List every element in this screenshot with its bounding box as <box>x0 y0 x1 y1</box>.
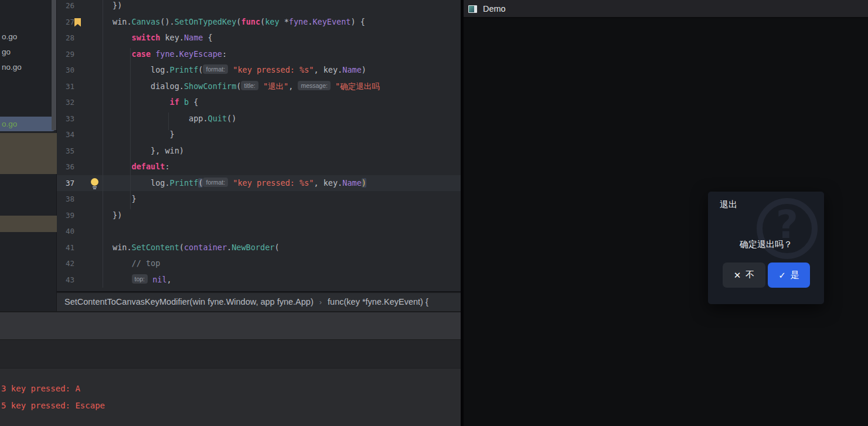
indent-guide <box>130 48 131 209</box>
console-output-line: 3 key pressed: A <box>0 380 461 397</box>
dialog-message: 确定退出吗？ <box>708 239 824 250</box>
dialog-title: 退出 <box>720 199 737 210</box>
line-number[interactable]: 38 <box>57 191 74 207</box>
code-text <box>103 223 113 240</box>
background-window-fragment <box>0 133 57 174</box>
inlay-hint: format: <box>203 178 228 187</box>
demo-titlebar[interactable]: Demo <box>464 0 868 18</box>
code-text: if b { <box>103 94 198 111</box>
close-icon: ✕ <box>734 271 741 280</box>
line-number[interactable]: 37 <box>57 175 74 192</box>
line-number[interactable]: 28 <box>57 30 74 46</box>
code-line[interactable]: 34 } <box>57 127 461 143</box>
code-text: } <box>103 191 137 207</box>
code-line[interactable]: 28 switch key.Name { <box>57 30 461 46</box>
background-window-fragment <box>0 216 57 232</box>
code-text: } <box>103 127 175 143</box>
dialog-no-label: 不 <box>746 270 754 281</box>
code-text: win.Canvas().SetOnTypedKey(func(key *fyn… <box>103 14 365 30</box>
indent-guide <box>168 113 169 130</box>
breadcrumb-function[interactable]: SetContentToCanvasKeyModifier(win fyne.W… <box>64 297 314 306</box>
demo-window: Demo ? 退出 确定退出吗？ ✕ 不 ✓ 是 <box>464 0 868 426</box>
line-number[interactable]: 41 <box>57 240 74 256</box>
check-icon: ✓ <box>778 271 786 280</box>
project-panel: o.go go no.go o.go <box>0 0 57 312</box>
code-line[interactable]: 30 log.Printf(format: "key pressed: %s",… <box>57 62 461 79</box>
tree-scrollbar[interactable] <box>52 0 56 130</box>
line-number[interactable]: 43 <box>57 272 74 288</box>
tool-window-band <box>0 312 461 339</box>
inlay-hint: top: <box>132 274 148 284</box>
run-console[interactable]: 3 key pressed: A5 key pressed: Escape <box>0 368 461 426</box>
inlay-hint: format: <box>203 64 228 74</box>
code-line[interactable]: 38 } <box>57 191 461 207</box>
code-line[interactable]: 32 if b { <box>57 94 461 111</box>
line-number[interactable]: 39 <box>57 207 74 224</box>
code-text: }, win) <box>103 143 184 159</box>
code-text: }) <box>103 0 122 14</box>
line-number[interactable]: 31 <box>57 79 74 95</box>
code-text: dialog.ShowConfirm(title: "退出", message:… <box>103 79 380 95</box>
breadcrumb-context[interactable]: func(key *fyne.KeyEvent) { <box>328 297 428 306</box>
lightbulb-icon[interactable] <box>91 178 98 189</box>
code-line[interactable]: 39}) <box>57 207 461 224</box>
line-number[interactable]: 29 <box>57 46 74 63</box>
code-text: // top <box>103 255 160 272</box>
line-number[interactable]: 33 <box>57 111 74 127</box>
code-line[interactable]: 35 }, win) <box>57 143 461 159</box>
dialog-yes-button[interactable]: ✓ 是 <box>768 263 810 288</box>
code-text: default: <box>103 159 170 175</box>
code-line[interactable]: 29 case fyne.KeyEscape: <box>57 46 461 63</box>
line-number[interactable]: 30 <box>57 62 74 79</box>
code-text: }) <box>103 207 122 224</box>
code-line[interactable]: 41win.SetContent(container.NewBorder( <box>57 240 461 256</box>
line-number[interactable]: 32 <box>57 94 74 111</box>
dialog-yes-label: 是 <box>791 270 799 281</box>
code-line[interactable]: 40 <box>57 223 461 240</box>
dialog-no-button[interactable]: ✕ 不 <box>723 263 765 288</box>
bookmark-icon[interactable] <box>74 18 81 27</box>
inlay-hint: message: <box>298 81 331 90</box>
code-line[interactable]: 37 log.Printf(format: "key pressed: %s",… <box>57 175 461 192</box>
tool-window-band <box>0 339 461 368</box>
code-line[interactable]: 26}) <box>57 0 461 14</box>
demo-window-title: Demo <box>483 0 506 18</box>
code-text: switch key.Name { <box>103 30 213 46</box>
code-editor[interactable]: 26})27win.Canvas().SetOnTypedKey(func(ke… <box>57 0 461 291</box>
code-line[interactable]: 33 app.Quit() <box>57 111 461 127</box>
code-line[interactable]: 31 dialog.ShowConfirm(title: "退出", messa… <box>57 79 461 95</box>
line-number[interactable]: 40 <box>57 223 74 240</box>
breadcrumb: SetContentToCanvasKeyModifier(win fyne.W… <box>57 292 461 311</box>
code-text: log.Printf(format: "key pressed: %s", ke… <box>103 175 366 192</box>
tree-item-selected[interactable]: o.go <box>0 117 56 131</box>
code-text: win.SetContent(container.NewBorder( <box>103 240 280 256</box>
code-line[interactable]: 42 // top <box>57 255 461 272</box>
code-text: log.Printf(format: "key pressed: %s", ke… <box>103 62 366 79</box>
line-number[interactable]: 42 <box>57 255 74 272</box>
line-number[interactable]: 35 <box>57 143 74 159</box>
screen: o.go go no.go o.go 26})27win.Canvas().Se… <box>0 0 868 426</box>
code-text: app.Quit() <box>103 111 236 127</box>
breadcrumb-separator-icon: › <box>319 298 322 306</box>
tree-item[interactable]: o.go <box>2 30 17 43</box>
line-number[interactable]: 34 <box>57 127 74 143</box>
line-number[interactable]: 26 <box>57 0 74 14</box>
line-number[interactable]: 36 <box>57 159 74 175</box>
app-window-icon <box>468 5 477 13</box>
tree-item[interactable]: no.go <box>2 61 22 74</box>
code-line[interactable]: 27win.Canvas().SetOnTypedKey(func(key *f… <box>57 14 461 30</box>
code-text: top: nil, <box>103 272 172 288</box>
inlay-hint: title: <box>241 81 258 90</box>
line-number[interactable]: 27 <box>57 14 74 30</box>
code-line[interactable]: 36 default: <box>57 159 461 175</box>
confirm-dialog: ? 退出 确定退出吗？ ✕ 不 ✓ 是 <box>708 192 824 304</box>
code-line[interactable]: 43 top: nil, <box>57 272 461 288</box>
tree-item[interactable]: go <box>2 46 11 59</box>
code-text: case fyne.KeyEscape: <box>103 46 227 63</box>
console-output-line: 5 key pressed: Escape <box>0 397 461 414</box>
